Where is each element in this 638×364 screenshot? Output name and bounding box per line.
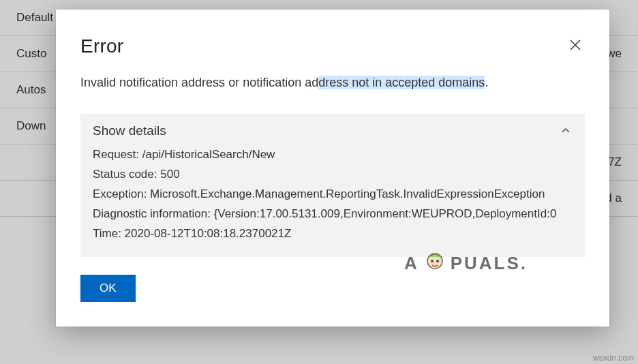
- details-header-label: Show details: [93, 123, 166, 138]
- msg-highlight: dress not in accepted domains: [318, 76, 485, 89]
- error-dialog: Error Invalid notification address or no…: [56, 10, 609, 327]
- details-toggle[interactable]: Show details: [93, 123, 573, 138]
- source-mark: wsxdn.com: [593, 353, 634, 363]
- dialog-message: Invalid notification address or notifica…: [80, 74, 585, 92]
- watermark: A PUALS.: [404, 250, 528, 276]
- detail-time: Time: 2020-08-12T10:08:18.2370021Z: [93, 224, 573, 244]
- dialog-header: Error: [80, 35, 585, 57]
- mascot-icon: [422, 250, 448, 276]
- detail-request: Request: /api/HistoricalSearch/New: [93, 145, 573, 165]
- close-button[interactable]: [566, 35, 585, 55]
- msg-prefix: Invalid notification address or notifica…: [80, 76, 318, 89]
- close-icon: [569, 39, 581, 51]
- msg-suffix: .: [485, 76, 488, 89]
- detail-status: Status code: 500: [93, 165, 573, 185]
- dialog-title: Error: [80, 35, 123, 57]
- details-panel: Show details Request: /api/HistoricalSea…: [80, 114, 585, 257]
- ok-button[interactable]: OK: [80, 275, 136, 302]
- chevron-up-icon: [559, 124, 573, 138]
- detail-diagnostic: Diagnostic information: {Version:17.00.5…: [93, 204, 573, 224]
- detail-exception: Exception: Microsoft.Exchange.Management…: [93, 185, 573, 204]
- svg-point-4: [436, 260, 439, 262]
- svg-point-3: [431, 260, 434, 262]
